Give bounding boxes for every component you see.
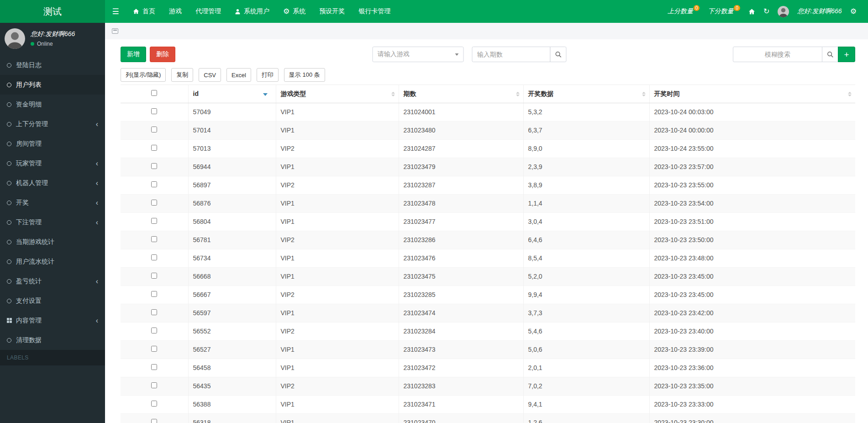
cell-draw-time: 2023-10-24 00:03:00	[649, 103, 855, 122]
cell-draw-time: 2023-10-23 23:30:00	[649, 414, 855, 423]
sidebar-item-content-manage[interactable]: 内容管理 ‹	[0, 311, 105, 330]
cell-id: 56876	[188, 195, 276, 213]
score-up-badge: 0	[694, 5, 700, 11]
row-checkbox[interactable]	[151, 364, 157, 370]
period-search-button[interactable]	[550, 47, 567, 62]
excel-export-button[interactable]: Excel	[226, 68, 251, 82]
sidebar-toggle-button[interactable]: ☰	[105, 0, 126, 23]
sidebar-labels-header: LABELS	[0, 350, 105, 365]
sidebar-item-robot-manage[interactable]: 机器人管理 ‹	[0, 173, 105, 193]
cell-draw-time: 2023-10-24 23:55:00	[649, 140, 855, 158]
column-header-id[interactable]: id	[188, 85, 276, 103]
sidebar-item-payment-settings[interactable]: 支付设置	[0, 291, 105, 311]
cell-draw-data: 3,7,3	[523, 304, 649, 323]
score-down-badge: 0	[734, 5, 740, 11]
sidebar-item-profit-loss-stats[interactable]: 盈亏统计 ‹	[0, 271, 105, 291]
table-row: 56734 VIP1 231023476 8,5,4 2023-10-23 23…	[121, 249, 855, 268]
row-checkbox[interactable]	[151, 108, 157, 114]
row-checkbox[interactable]	[151, 419, 157, 423]
sidebar-item-label: 资金明细	[16, 100, 42, 109]
nav-item-home[interactable]: 首页	[126, 0, 162, 23]
sidebar-item-clean-data[interactable]: 清理数据	[0, 330, 105, 350]
cell-draw-time: 2023-10-23 23:48:00	[649, 249, 855, 268]
row-checkbox[interactable]	[151, 401, 157, 407]
fuzzy-search-input[interactable]	[733, 47, 822, 62]
select-all-checkbox[interactable]	[151, 90, 157, 96]
row-checkbox[interactable]	[151, 163, 157, 169]
cell-draw-time: 2023-10-23 23:36:00	[649, 359, 855, 377]
score-up-link[interactable]: 上分数量 0	[663, 7, 704, 16]
row-checkbox[interactable]	[151, 145, 157, 151]
row-checkbox[interactable]	[151, 218, 157, 224]
content-inner: 新增 删除 请输入游戏 +	[121, 47, 855, 423]
online-dot-icon	[31, 42, 34, 46]
cell-id: 57049	[188, 103, 276, 122]
nav-item-preset-draw[interactable]: 预设开奖	[312, 0, 352, 23]
sidebar-item-player-manage[interactable]: 玩家管理 ‹	[0, 153, 105, 173]
fuzzy-search-button[interactable]	[822, 47, 838, 62]
row-checkbox[interactable]	[151, 346, 157, 352]
page-size-button[interactable]: 显示 100 条	[284, 68, 325, 82]
sidebar-item-login-log[interactable]: 登陆日志	[0, 55, 105, 75]
cell-draw-time: 2023-10-24 00:00:00	[649, 122, 855, 140]
nav-item-system[interactable]: ⚙ 系统	[276, 0, 312, 23]
cell-id: 57014	[188, 122, 276, 140]
user-menu[interactable]	[773, 6, 793, 17]
sidebar-item-user-list[interactable]: 用户列表	[0, 75, 105, 95]
row-checkbox[interactable]	[151, 309, 157, 315]
sidebar-item-room-manage[interactable]: 房间管理	[0, 134, 105, 153]
columns-toggle-button[interactable]: 列(显示/隐藏)	[121, 68, 166, 82]
table-row: 56667 VIP2 231023285 9,9,4 2023-10-23 23…	[121, 286, 855, 304]
column-header-draw-time[interactable]: 开奖时间	[649, 85, 855, 103]
table-row: 56781 VIP2 231023286 6,4,6 2023-10-23 23…	[121, 231, 855, 249]
score-down-label: 下分数量	[708, 7, 733, 16]
nav-item-agent-manage[interactable]: 代理管理	[189, 0, 228, 23]
home-shortcut-button[interactable]	[744, 8, 759, 15]
sidebar-item-funds-detail[interactable]: 资金明细	[0, 95, 105, 114]
settings-button[interactable]: ⚙	[846, 8, 861, 15]
csv-export-button[interactable]: CSV	[199, 68, 221, 82]
row-checkbox[interactable]	[151, 200, 157, 206]
game-select[interactable]: 请输入游戏	[373, 47, 464, 62]
row-checkbox[interactable]	[151, 382, 157, 388]
row-checkbox[interactable]	[151, 127, 157, 132]
cell-draw-data: 5,0,6	[523, 341, 649, 359]
row-checkbox[interactable]	[151, 328, 157, 333]
row-checkbox[interactable]	[151, 254, 157, 260]
delete-button[interactable]: 删除	[150, 47, 175, 62]
chevron-left-icon: ‹	[96, 279, 98, 284]
sidebar-item-label: 下注管理	[16, 218, 42, 227]
layout-toggle-icon[interactable]	[112, 28, 118, 34]
print-button[interactable]: 打印	[257, 68, 279, 82]
row-checkbox[interactable]	[151, 236, 157, 242]
nav-item-system-users[interactable]: 系统用户	[228, 0, 276, 23]
column-header-game-type[interactable]: 游戏类型	[276, 85, 399, 103]
nav-item-bank-card-manage[interactable]: 银行卡管理	[352, 0, 397, 23]
nav-item-games[interactable]: 游戏	[162, 0, 189, 23]
row-checkbox[interactable]	[151, 273, 157, 279]
row-checkbox[interactable]	[151, 291, 157, 297]
brand-logo[interactable]: 测试	[0, 0, 105, 23]
period-input[interactable]	[472, 47, 551, 62]
user-greeting-link[interactable]: 您好:发财啊666	[793, 7, 846, 16]
user-status[interactable]: Online	[31, 41, 75, 47]
score-down-link[interactable]: 下分数量 0	[704, 7, 744, 16]
copy-button[interactable]: 复制	[171, 68, 193, 82]
score-up-label: 上分数量	[668, 7, 693, 16]
refresh-button[interactable]: ↻	[759, 8, 773, 15]
add-new-button[interactable]: +	[838, 47, 855, 62]
column-header-draw-data[interactable]: 开奖数据	[523, 85, 649, 103]
chevron-left-icon: ‹	[96, 318, 98, 323]
sidebar-item-lottery-draw[interactable]: 开奖 ‹	[0, 193, 105, 212]
sidebar-item-current-game-stats[interactable]: 当期游戏统计	[0, 232, 105, 252]
sidebar-item-score-updown-manage[interactable]: 上下分管理 ‹	[0, 114, 105, 134]
row-select-cell	[121, 341, 188, 359]
circle-icon	[7, 240, 11, 244]
sidebar-item-user-flow-stats[interactable]: 用户流水统计	[0, 252, 105, 271]
row-checkbox[interactable]	[151, 181, 157, 187]
add-button[interactable]: 新增	[121, 47, 146, 62]
row-select-cell	[121, 213, 188, 231]
sidebar-item-label: 用户流水统计	[16, 257, 54, 266]
sidebar-item-bet-manage[interactable]: 下注管理 ‹	[0, 212, 105, 232]
column-header-period[interactable]: 期数	[399, 85, 523, 103]
